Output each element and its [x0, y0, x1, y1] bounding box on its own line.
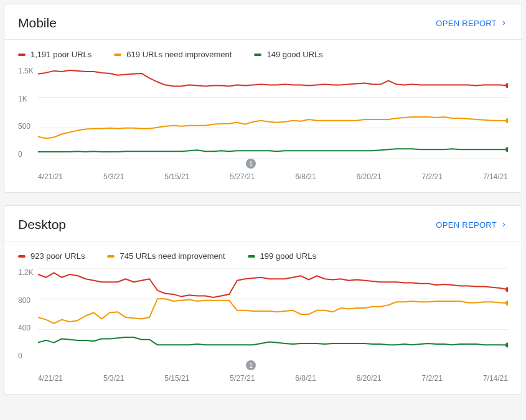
svg-point-11 [505, 287, 508, 292]
swatch-need-icon [114, 54, 121, 56]
marker-area: 1 [38, 360, 508, 373]
desktop-chart: 1.2K8004000 1 4/21/215/3/215/15/215/27/2… [4, 264, 522, 394]
desktop-legend: 923 poor URLs 745 URLs need improvement … [4, 241, 522, 264]
legend-item-poor: 1,191 poor URLs [18, 50, 92, 59]
swatch-good-icon [248, 255, 255, 258]
open-report-label: OPEN REPORT [436, 220, 497, 230]
legend-item-poor: 923 poor URLs [18, 251, 85, 261]
y-axis-labels: 1.2K8004000 [18, 268, 38, 360]
mobile-card-header: Mobile OPEN REPORT [4, 4, 522, 39]
annotation-marker[interactable]: 1 [246, 159, 256, 169]
mobile-legend: 1,191 poor URLs 619 URLs need improvemen… [4, 40, 522, 63]
mobile-title: Mobile [18, 16, 57, 30]
swatch-need-icon [107, 255, 115, 258]
desktop-plot [38, 268, 508, 360]
chevron-right-icon [500, 19, 508, 27]
legend-item-need: 745 URLs need improvement [107, 251, 225, 261]
chevron-right-icon [500, 221, 508, 228]
legend-item-good: 149 good URLs [254, 50, 322, 59]
svg-point-6 [505, 147, 508, 152]
open-report-label: OPEN REPORT [436, 19, 497, 28]
annotation-marker[interactable]: 1 [246, 360, 256, 370]
open-report-link-desktop[interactable]: OPEN REPORT [436, 220, 508, 230]
swatch-good-icon [254, 54, 261, 56]
legend-item-good: 199 good URLs [248, 251, 316, 261]
svg-point-13 [505, 342, 508, 347]
x-axis-labels: 4/21/215/3/215/15/215/27/216/8/216/20/21… [38, 373, 508, 383]
mobile-chart: 1.5K1K5000 1 4/21/215/3/215/15/215/27/21… [4, 63, 522, 192]
y-axis-labels: 1.5K1K5000 [18, 67, 38, 159]
svg-point-12 [505, 301, 508, 306]
svg-point-5 [505, 118, 508, 123]
desktop-title: Desktop [18, 217, 66, 232]
desktop-card-header: Desktop OPEN REPORT [4, 206, 522, 241]
marker-area: 1 [38, 159, 508, 171]
open-report-link-mobile[interactable]: OPEN REPORT [436, 19, 508, 28]
mobile-card: Mobile OPEN REPORT 1,191 poor URLs 619 U… [4, 4, 522, 193]
swatch-poor-icon [18, 255, 26, 258]
swatch-poor-icon [18, 54, 26, 56]
legend-item-need: 619 URLs need improvement [114, 50, 232, 59]
desktop-card: Desktop OPEN REPORT 923 poor URLs 745 UR… [4, 205, 522, 394]
svg-point-4 [505, 83, 508, 88]
x-axis-labels: 4/21/215/3/215/15/215/27/216/8/216/20/21… [38, 171, 508, 181]
mobile-plot [38, 67, 508, 159]
